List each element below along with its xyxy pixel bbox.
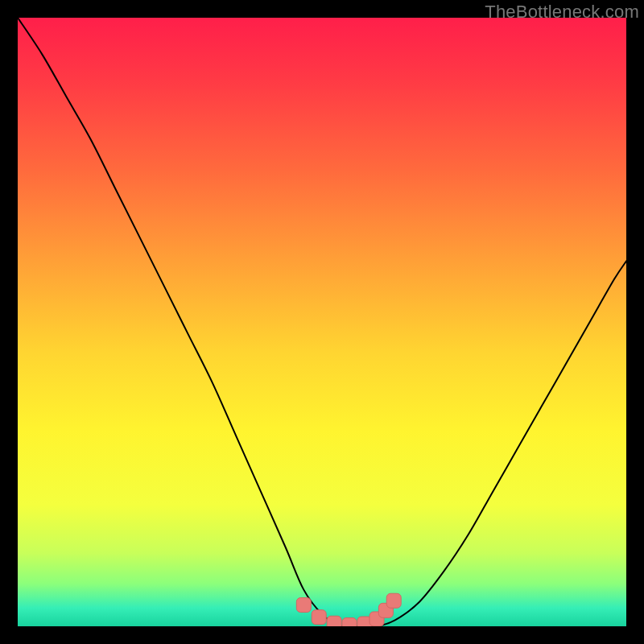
chart-frame: TheBottleneck.com [0, 0, 644, 644]
curve-marker [342, 617, 357, 626]
curve-marker [296, 598, 311, 613]
curve-marker [386, 593, 401, 608]
curve-marker [327, 616, 341, 626]
plot-area [18, 18, 626, 626]
curve-marker [312, 610, 326, 625]
gradient-background [18, 18, 626, 626]
bottleneck-chart [18, 18, 626, 626]
